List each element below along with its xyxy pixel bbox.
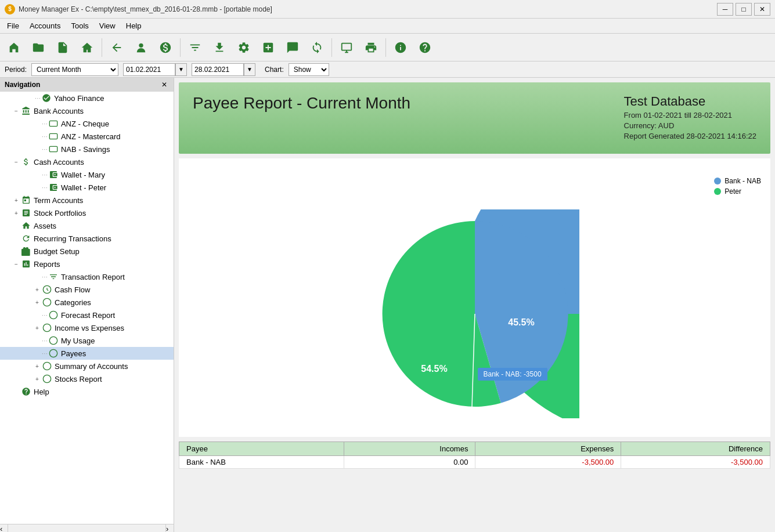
budget-setup-label: Budget Setup [34, 247, 80, 256]
toolbar-info-button[interactable] [389, 37, 412, 59]
nav-horizontal-scroll[interactable] [8, 524, 165, 533]
title-bar-text: Money Manager Ex - C:\empty\test_mmex_db… [19, 5, 272, 13]
menu-file[interactable]: File [2, 20, 24, 31]
date-from-input[interactable] [123, 63, 175, 76]
sidebar-item-wallet-peter[interactable]: · · · Wallet - Peter [0, 181, 174, 194]
expander-cash-accounts[interactable]: − [12, 159, 21, 165]
toolbar-account-button[interactable] [129, 37, 153, 59]
expander-help [12, 389, 21, 395]
expander-stock-portfolios[interactable]: + [12, 210, 21, 216]
menu-tools[interactable]: Tools [66, 20, 93, 31]
nav-header-title: Navigation [5, 81, 40, 89]
sidebar-item-nab-savings[interactable]: · · · NAB - Savings [0, 143, 174, 155]
stock-portfolios-icon [21, 208, 31, 218]
sidebar-item-anz-cheque[interactable]: · · · ANZ - Cheque [0, 117, 174, 130]
expander-bank-accounts[interactable]: − [12, 108, 21, 114]
nav-scroll-left[interactable]: ‹ [0, 524, 8, 533]
recurring-label: Recurring Transactions [34, 234, 111, 243]
expander-my-usage [33, 338, 42, 344]
legend-label-bank-nab: Bank - NAB [724, 177, 761, 185]
cash-flow-label: Cash Flow [55, 285, 90, 294]
date-to-picker[interactable]: ▼ [244, 63, 255, 76]
toolbar-filter-button[interactable] [183, 37, 207, 59]
close-button[interactable]: ✕ [754, 3, 770, 16]
toolbar-print-button[interactable] [359, 37, 383, 59]
table-row[interactable]: Bank - NAB 0.00 -3,500.00 -3,500.00 [179, 456, 770, 469]
sidebar-item-forecast-report[interactable]: · · · Forecast Report [0, 309, 174, 321]
chart-select[interactable]: Show Hide [289, 63, 329, 76]
expander-budget-setup [12, 248, 21, 255]
anz-cheque-label: ANZ - Cheque [61, 120, 109, 128]
sidebar-item-transaction-report[interactable]: · · · Transaction Report [0, 270, 174, 283]
report-info: Test Database From 01-02-2021 till 28-02… [624, 94, 756, 142]
sidebar-item-yahoo[interactable]: · · · Yahoo Finance [0, 92, 174, 104]
sidebar-item-payees[interactable]: · · · Payees [0, 347, 174, 360]
content-wrapper: Payee Report - Current Month Test Databa… [174, 78, 775, 532]
menu-help[interactable]: Help [121, 20, 146, 31]
budget-setup-icon [21, 246, 31, 256]
cell-difference: -3,500.00 [621, 456, 770, 469]
svg-rect-1 [49, 121, 57, 126]
sidebar-item-income-vs-expenses[interactable]: + Income vs Expenses [0, 321, 174, 334]
sidebar-item-stock-portfolios[interactable]: + Stock Portfolios [0, 207, 174, 219]
toolbar-message-button[interactable] [281, 37, 304, 59]
date-from-picker[interactable]: ▼ [175, 63, 187, 76]
sidebar-item-cash-accounts[interactable]: − Cash Accounts [0, 155, 174, 168]
period-select[interactable]: Current Month Last Month Last 3 Months L… [31, 63, 118, 76]
toolbar-settings-button[interactable] [232, 37, 255, 59]
sidebar-item-wallet-mary[interactable]: · · · Wallet - Mary [0, 168, 174, 181]
report-date-range: From 01-02-2021 till 28-02-2021 [624, 111, 756, 120]
nav-tree[interactable]: · · · Yahoo Finance − Bank Accounts [0, 92, 174, 524]
chart-legend: Bank - NAB Peter [714, 177, 761, 196]
toolbar-house-button[interactable] [75, 37, 99, 59]
toolbar-back-button[interactable] [105, 37, 128, 59]
expander-stocks-report[interactable]: + [33, 376, 42, 382]
sidebar-item-summary-accounts[interactable]: + Summary of Accounts [0, 360, 174, 372]
cell-expenses: -3,500.00 [475, 456, 621, 469]
nav-scroll-right[interactable]: › [165, 524, 174, 533]
sidebar-item-anz-mastercard[interactable]: · · · ANZ - Mastercard [0, 130, 174, 143]
sidebar-item-assets[interactable]: Assets [0, 219, 174, 232]
toolbar-export-button[interactable] [208, 37, 231, 59]
minimize-button[interactable]: ─ [717, 3, 733, 16]
reports-label: Reports [34, 260, 60, 269]
sidebar-item-stocks-report[interactable]: + Stocks Report [0, 372, 174, 385]
nav-close-button[interactable]: ✕ [160, 80, 169, 89]
sidebar-item-reports[interactable]: − Reports [0, 258, 174, 270]
sidebar-item-categories[interactable]: + Categories [0, 296, 174, 309]
toolbar-refresh-button[interactable] [305, 37, 329, 59]
anz-mastercard-icon [48, 131, 59, 142]
expander-summary-accounts[interactable]: + [33, 363, 42, 370]
sidebar-item-budget-setup[interactable]: Budget Setup [0, 245, 174, 258]
date-to-input[interactable] [192, 63, 244, 76]
report-header: Payee Report - Current Month Test Databa… [179, 82, 770, 154]
expander-cash-flow[interactable]: + [33, 287, 42, 293]
expander-income-vs-expenses[interactable]: + [33, 325, 42, 331]
expander-reports[interactable]: − [12, 261, 21, 267]
toolbar-separator-3 [331, 38, 332, 57]
nav-bottom-scrollbar[interactable]: ‹ › [0, 524, 174, 532]
sidebar-item-help[interactable]: Help [0, 385, 174, 398]
my-usage-icon [48, 335, 59, 346]
sidebar-item-term-accounts[interactable]: + Term Accounts [0, 194, 174, 207]
toolbar-monitor-button[interactable] [335, 37, 358, 59]
expander-term-accounts[interactable]: + [12, 197, 21, 204]
toolbar-help-button[interactable] [413, 37, 437, 59]
sidebar-item-my-usage[interactable]: · · · My Usage [0, 334, 174, 347]
maximize-button[interactable]: □ [736, 3, 752, 16]
sidebar-item-cash-flow[interactable]: + Cash Flow [0, 283, 174, 296]
toolbar-open-button[interactable] [27, 37, 50, 59]
content-scroll[interactable]: Payee Report - Current Month Test Databa… [174, 78, 775, 532]
income-vs-expenses-label: Income vs Expenses [55, 324, 124, 332]
toolbar-new-button[interactable] [51, 37, 74, 59]
menu-view[interactable]: View [95, 20, 120, 31]
expander-categories[interactable]: + [33, 299, 42, 306]
toolbar-home-button[interactable] [2, 37, 26, 59]
toolbar-add-button[interactable] [257, 37, 280, 59]
toolbar-dollar-button[interactable] [154, 37, 177, 59]
sidebar-item-bank-accounts[interactable]: − Bank Accounts [0, 104, 174, 117]
sidebar-item-recurring[interactable]: Recurring Transactions [0, 232, 174, 245]
term-accounts-icon [21, 195, 31, 205]
legend-item-peter: Peter [714, 187, 761, 196]
menu-accounts[interactable]: Accounts [25, 20, 65, 31]
